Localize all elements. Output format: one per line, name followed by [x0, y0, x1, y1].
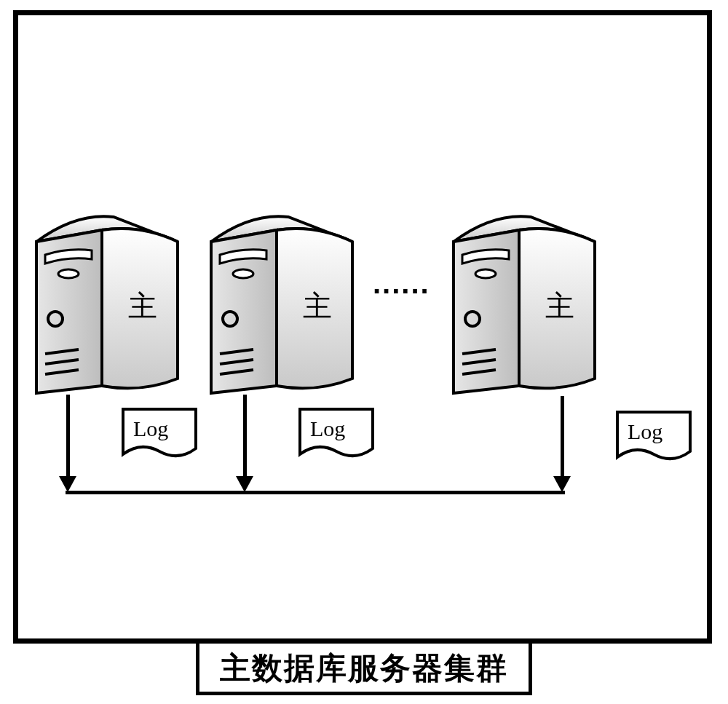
- server-1: 主: [32, 210, 185, 399]
- server-3: 主: [449, 210, 602, 399]
- svg-point-5: [233, 269, 253, 278]
- arrow-line: [66, 395, 70, 480]
- arrowhead-icon: [59, 476, 76, 492]
- arrow-line: [243, 395, 247, 480]
- bus-line: [66, 491, 565, 494]
- svg-point-10: [475, 269, 496, 278]
- servers-row: 主 主 ······: [29, 210, 692, 399]
- caption: 主数据库服务器集群: [196, 640, 532, 695]
- log-doc-2: Log: [297, 406, 377, 463]
- log-doc-3: Log: [614, 409, 695, 466]
- arrowhead-icon: [236, 476, 253, 492]
- server-icon: [449, 210, 602, 399]
- server-2: 主: [207, 210, 360, 399]
- server-label: 主: [303, 286, 332, 326]
- log-doc-1: Log: [120, 406, 200, 463]
- server-label: 主: [128, 286, 157, 326]
- arrowhead-icon: [553, 476, 571, 492]
- log-label: Log: [310, 416, 345, 441]
- server-label: 主: [545, 286, 574, 326]
- ellipsis: ······: [373, 275, 430, 308]
- log-label: Log: [628, 419, 662, 444]
- arrow-line: [561, 396, 564, 480]
- server-icon: [207, 210, 360, 399]
- server-icon: [32, 210, 185, 399]
- svg-point-0: [58, 269, 79, 278]
- log-label: Log: [133, 416, 168, 441]
